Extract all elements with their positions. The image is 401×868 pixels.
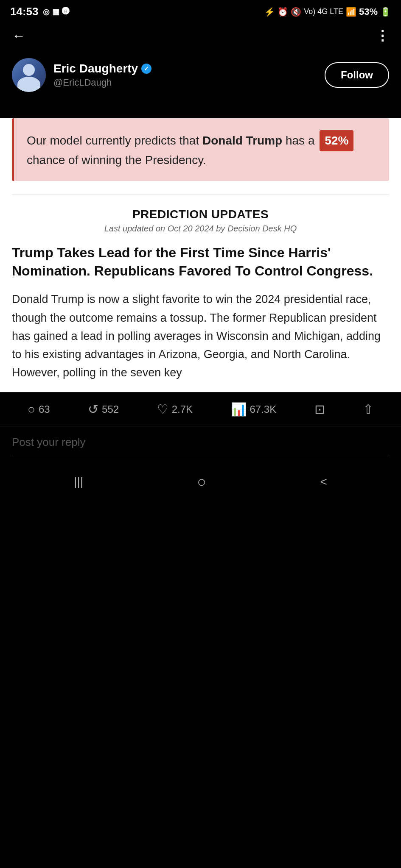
circle-nav-icon[interactable]: ○ (197, 473, 206, 491)
comment-count: 63 (39, 403, 50, 415)
signal-icons: Vo) 4G LTE (304, 7, 343, 16)
more-menu-button[interactable]: ⋮ (376, 28, 389, 44)
profile-name-row: Eric Daugherty ✓ (53, 62, 151, 75)
prediction-box: Our model currently predicts that Donald… (12, 118, 389, 181)
prediction-percent: 52% (320, 130, 353, 151)
profile-header: Eric Daugherty ✓ @EricLDaugh Follow (0, 50, 401, 105)
comment-icon: ○ (28, 402, 35, 417)
avatar-image (12, 58, 46, 92)
profile-name: Eric Daugherty (53, 62, 138, 75)
updates-subtitle: Last updated on Oct 20 2024 by Decision … (12, 224, 389, 234)
action-bar: ○ 63 ↺ 552 ♡ 2.7K 📊 67.3K ⊡ ⇧ (0, 392, 401, 426)
bottom-navigation: ||| ○ < (0, 465, 401, 504)
bookmark-icon: ⊡ (314, 402, 325, 417)
updates-title: PREDICTION UPDATES (12, 208, 389, 221)
article-body: Donald Trump is now a slight favorite to… (12, 290, 389, 382)
prediction-middle: has a (282, 134, 318, 147)
calendar-icon: ▦ (52, 7, 59, 17)
top-navigation: ← ⋮ (0, 22, 401, 50)
updates-section: PREDICTION UPDATES Last updated on Oct 2… (0, 199, 401, 392)
like-count: 2.7K (172, 403, 193, 415)
mute-icon: 🔇 (291, 7, 301, 17)
comment-action[interactable]: ○ 63 (28, 402, 50, 417)
time-display: 14:53 (10, 5, 39, 18)
retweet-action[interactable]: ↺ 552 (88, 402, 119, 417)
alarm-icon: ⏰ (278, 7, 288, 17)
prediction-before: Our model currently predicts that (27, 134, 202, 147)
views-action[interactable]: 📊 67.3K (231, 402, 277, 417)
status-time: 14:53 ◎ ▦ 🅐 (10, 5, 70, 18)
status-bar: 14:53 ◎ ▦ 🅐 ⚡ ⏰ 🔇 Vo) 4G LTE 📶 53% 🔋 (0, 0, 401, 22)
share-icon: ⇧ (363, 402, 373, 417)
like-action[interactable]: ♡ 2.7K (157, 402, 193, 417)
article-headline: Trump Takes Lead for the First Time Sinc… (12, 244, 389, 280)
divider (12, 195, 389, 195)
reply-bar: Post your reply (0, 426, 401, 465)
status-right-icons: ⚡ ⏰ 🔇 Vo) 4G LTE 📶 53% 🔋 (264, 6, 391, 17)
back-nav-icon[interactable]: < (320, 475, 327, 489)
profile-handle: @EricLDaugh (53, 77, 151, 88)
card-content: Our model currently predicts that Donald… (0, 118, 401, 392)
verified-badge: ✓ (141, 64, 151, 74)
wifi-icon: 📶 (346, 7, 356, 17)
battery-text: 53% (359, 6, 378, 17)
prediction-text: Our model currently predicts that Donald… (27, 130, 376, 169)
retweet-icon: ↺ (88, 402, 98, 417)
heart-icon: ♡ (157, 402, 168, 417)
reply-underline (12, 455, 389, 455)
avatar[interactable] (12, 58, 46, 92)
back-button[interactable]: ← (12, 28, 25, 44)
status-app-icons: ◎ ▦ 🅐 (43, 7, 70, 17)
profile-info: Eric Daugherty ✓ @EricLDaugh (53, 62, 151, 88)
prediction-bold: Donald Trump (202, 134, 282, 147)
share-action[interactable]: ⇧ (363, 402, 373, 417)
bookmark-action[interactable]: ⊡ (314, 402, 325, 417)
home-nav-icon[interactable]: ||| (74, 475, 83, 489)
reply-input[interactable]: Post your reply (12, 436, 389, 449)
whatsapp-icon: ◎ (43, 7, 50, 17)
battery-icon: 🔋 (380, 7, 391, 17)
retweet-count: 552 (102, 403, 119, 415)
prediction-after: chance of winning the Presidency. (27, 153, 206, 167)
vpn-icon: 🅐 (62, 7, 70, 16)
follow-button[interactable]: Follow (325, 62, 389, 88)
views-count: 67.3K (250, 403, 277, 415)
profile-left: Eric Daugherty ✓ @EricLDaugh (12, 58, 151, 92)
charge-icon: ⚡ (264, 7, 275, 17)
views-icon: 📊 (231, 402, 247, 417)
